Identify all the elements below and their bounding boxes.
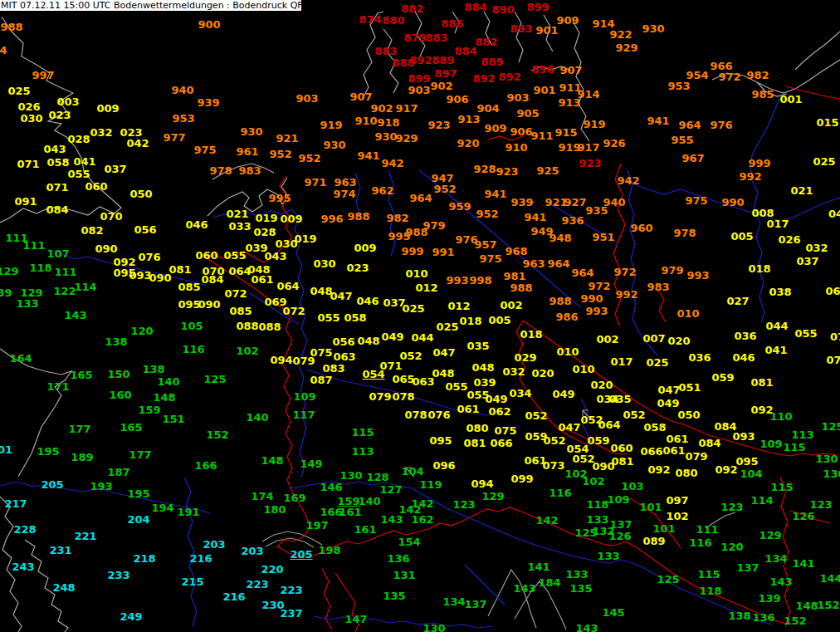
station-value: 042 <box>126 138 149 149</box>
station-value: 029 <box>514 352 536 363</box>
station-value: 152 <box>817 600 839 610</box>
station-value: 979 <box>422 220 445 231</box>
station-value: 221 <box>74 531 96 541</box>
station-value: 043 <box>264 251 286 262</box>
station-value: 138 <box>142 364 164 375</box>
station-value: 058 <box>643 422 666 433</box>
station-value: 079 <box>826 355 840 365</box>
station-value: 964 <box>571 267 593 278</box>
title-text: MIT 07.12.11 15:00 UTC Bodenwettermeldun… <box>1 0 301 11</box>
station-value: 103 <box>621 481 643 492</box>
station-value: 089 <box>642 536 665 546</box>
station-value: 883 <box>425 32 447 43</box>
station-value: 998 <box>469 275 491 286</box>
station-value: 169 <box>283 492 305 503</box>
station-value: 102 <box>236 345 258 356</box>
station-value: 223 <box>246 579 268 590</box>
station-value: 999 <box>748 158 770 169</box>
station-value: 059 <box>587 435 609 446</box>
station-value: 882 <box>401 3 423 14</box>
station-value: 893 <box>510 23 532 34</box>
station-value: 129 <box>481 491 504 502</box>
station-value: 012 <box>415 282 437 293</box>
station-value: 056 <box>332 336 354 347</box>
station-value: 151 <box>162 414 184 424</box>
station-value: 952 <box>476 208 498 219</box>
station-value: 992 <box>739 171 761 182</box>
station-value: 174 <box>251 491 273 502</box>
station-value: 049 <box>485 394 507 404</box>
station-value: 115 <box>783 442 805 453</box>
station-value: 130 <box>422 623 445 632</box>
station-value: 041 <box>764 345 787 355</box>
station-value: 191 <box>177 507 199 517</box>
station-value: 01 <box>0 444 12 455</box>
station-value: 020 <box>667 336 690 346</box>
station-value: 940 <box>171 85 193 96</box>
station-value: 048 <box>471 362 494 373</box>
station-value: 028 <box>67 134 90 145</box>
station-value: 038 <box>769 287 791 297</box>
station-value: 953 <box>172 113 194 124</box>
station-value: 952 <box>298 153 320 164</box>
station-value: 968 <box>505 246 527 257</box>
station-value: 952 <box>433 184 456 194</box>
station-value: 125 <box>821 421 840 432</box>
station-value: 130 <box>823 468 840 479</box>
station-value: 982 <box>746 70 769 81</box>
station-value: 043 <box>43 144 66 154</box>
station-value: 993 <box>686 270 709 281</box>
station-value: 030 <box>20 113 42 124</box>
station-value: 204 <box>127 514 149 525</box>
station-value: 138 <box>105 336 127 347</box>
station-value: 140 <box>358 496 380 507</box>
coast-line <box>515 12 523 62</box>
station-value: 203 <box>241 546 263 556</box>
station-value: 129 <box>0 266 19 277</box>
station-value: 107 <box>46 248 69 259</box>
station-value: 929 <box>615 42 637 53</box>
station-value: 909 <box>556 15 579 26</box>
station-value: 913 <box>457 114 480 125</box>
station-value: 102 <box>666 511 688 522</box>
station-value: 010 <box>676 308 699 319</box>
station-value: 058 <box>46 157 69 168</box>
station-value: 922 <box>609 29 632 40</box>
station-value: 990 <box>721 197 744 208</box>
station-value: 148 <box>795 600 818 611</box>
station-value: 996 <box>320 213 343 224</box>
station-value: 023 <box>346 262 369 273</box>
station-value: 979 <box>661 265 683 276</box>
station-value: 135 <box>569 583 592 594</box>
station-value: 913 <box>558 97 580 108</box>
station-value: 104 <box>740 468 762 479</box>
station-value: 884 <box>454 46 476 56</box>
station-value: 060 <box>610 443 632 453</box>
station-value: 961 <box>236 146 258 157</box>
station-value: 165 <box>70 370 92 380</box>
station-value: 959 <box>448 201 471 212</box>
station-value: 166 <box>194 460 217 471</box>
station-value: 122 <box>53 286 76 296</box>
station-value: 884 <box>464 2 486 12</box>
station-value: 921 <box>276 133 298 144</box>
station-value: 184 <box>538 577 560 588</box>
station-value: 034 <box>509 388 531 399</box>
station-value: 147 <box>344 614 367 625</box>
station-value: 133 <box>565 569 588 580</box>
station-value: 177 <box>68 424 90 434</box>
terrain-line <box>266 538 314 547</box>
station-value: 080 <box>675 468 697 478</box>
station-value: 050 <box>129 189 152 199</box>
station-value: 052 <box>623 409 645 420</box>
station-value: 986 <box>555 311 578 322</box>
station-value: 978 <box>209 165 232 176</box>
station-value: 901 <box>535 25 558 36</box>
station-value: 917 <box>395 103 418 114</box>
station-value: 076 <box>138 252 160 262</box>
station-value: 975 <box>193 145 216 155</box>
station-value: 059 <box>711 372 734 383</box>
station-value: 081 <box>750 377 773 388</box>
station-value: 097 <box>666 495 688 506</box>
station-value: 974 <box>333 189 355 199</box>
